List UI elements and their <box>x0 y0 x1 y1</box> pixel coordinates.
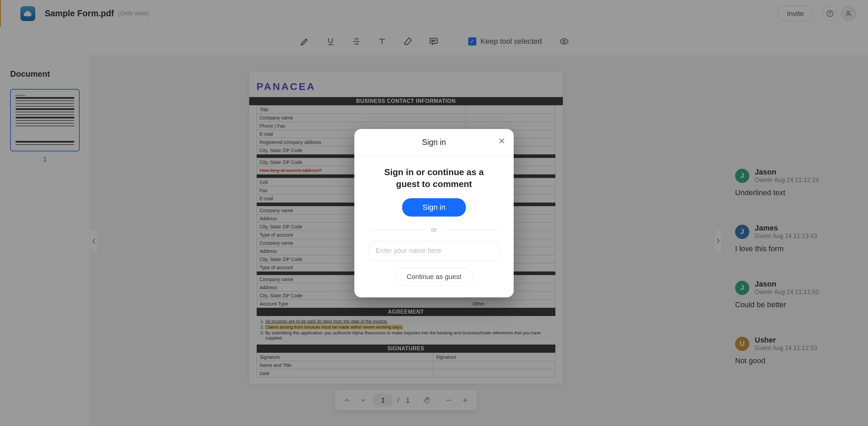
modal-overlay[interactable]: Sign in Sign in or continue as a guest t… <box>0 0 868 426</box>
modal-title: Sign in <box>354 138 514 147</box>
modal-or-divider: or <box>369 226 499 234</box>
signin-button[interactable]: Sign in <box>402 198 466 217</box>
signin-modal: Sign in Sign in or continue as a guest t… <box>354 129 514 297</box>
modal-header: Sign in <box>354 129 514 156</box>
modal-heading: Sign in or continue as a guest to commen… <box>376 166 492 190</box>
modal-close-button[interactable] <box>497 136 507 146</box>
modal-body: Sign in or continue as a guest to commen… <box>354 156 514 286</box>
continue-guest-button[interactable]: Continue as guest <box>395 268 473 286</box>
or-label: or <box>431 226 437 234</box>
close-icon <box>498 137 505 144</box>
guest-name-input[interactable] <box>369 241 499 260</box>
